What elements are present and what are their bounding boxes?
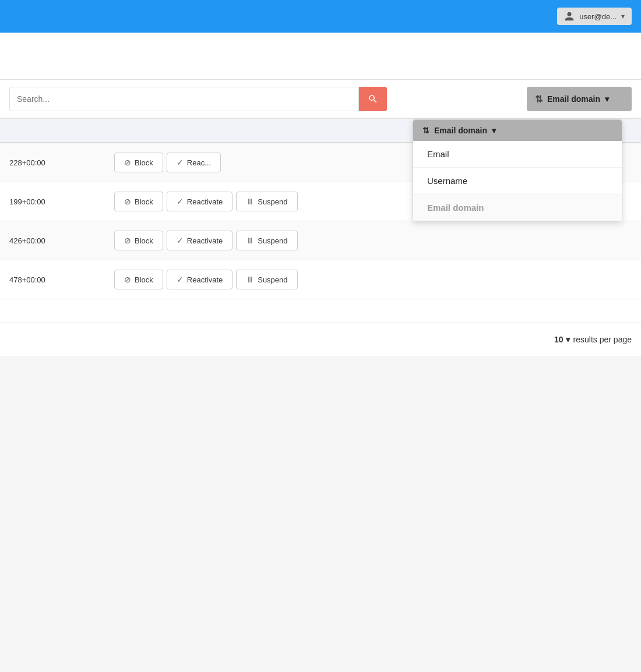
suspend-button[interactable]: ⏸ Suspend	[236, 270, 297, 289]
per-page-selector[interactable]: 10 ▾	[554, 335, 570, 344]
suspend-button[interactable]: ⏸ Suspend	[236, 231, 297, 250]
search-input[interactable]	[9, 87, 359, 111]
search-input-wrapper	[9, 87, 527, 111]
block-icon: ⊘	[124, 197, 131, 206]
per-page-chevron: ▾	[566, 335, 570, 344]
suspend-label: Suspend	[258, 236, 287, 245]
email-domain-filter-button[interactable]: ⇅ Email domain ▾	[527, 87, 632, 111]
check-icon: ✓	[177, 158, 184, 167]
filter-option-email[interactable]: Email	[413, 141, 622, 168]
block-label: Block	[135, 275, 153, 284]
actions-cell: ⊘ Block ✓ Reactivate ⏸ Suspend	[114, 270, 632, 289]
suspend-label: Suspend	[258, 197, 287, 206]
pause-icon: ⏸	[246, 275, 254, 284]
header-bar: user@de... ▾	[0, 0, 641, 33]
filter-chevron-icon: ▾	[605, 94, 609, 104]
timestamp-cell: 426+00:00	[9, 236, 114, 245]
block-label: Block	[135, 236, 153, 245]
reactivate-label: Reac...	[187, 158, 211, 167]
pagination-bar: 10 ▾ results per page	[0, 323, 641, 356]
check-icon: ✓	[177, 197, 184, 206]
chevron-down-icon: ▾	[621, 12, 625, 20]
reactivate-button[interactable]: ✓ Reactivate	[167, 270, 233, 289]
table-row: 426+00:00 ⊘ Block ✓ Reactivate ⏸ Suspend	[0, 221, 641, 260]
sort-icon: ⇅	[535, 94, 543, 105]
spacer-bottom	[0, 299, 641, 323]
dropdown-header-label: Email domain	[434, 126, 487, 135]
block-icon: ⊘	[124, 236, 131, 245]
search-icon	[368, 94, 378, 104]
filter-option-email-domain[interactable]: Email domain	[413, 194, 622, 221]
user-label: user@de...	[579, 12, 617, 21]
block-button[interactable]: ⊘ Block	[114, 153, 163, 172]
block-icon: ⊘	[124, 158, 131, 167]
filter-dropdown-menu: ⇅ Email domain ▾ Email Username Email do…	[413, 119, 622, 221]
reactivate-label: Reactivate	[187, 275, 223, 284]
block-button[interactable]: ⊘ Block	[114, 192, 163, 211]
block-label: Block	[135, 158, 153, 167]
suspend-label: Suspend	[258, 275, 287, 284]
check-icon: ✓	[177, 236, 184, 245]
dropdown-header-chevron: ▾	[492, 126, 496, 135]
table-row: 478+00:00 ⊘ Block ✓ Reactivate ⏸ Suspend	[0, 260, 641, 299]
timestamp-cell: 199+00:00	[9, 197, 114, 206]
user-menu-button[interactable]: user@de... ▾	[557, 8, 632, 25]
block-icon: ⊘	[124, 275, 131, 284]
filter-dropdown-container: ⇅ Email domain ▾ ⇅ Email domain ▾ Email …	[527, 87, 632, 111]
filter-option-username[interactable]: Username	[413, 168, 622, 194]
reactivate-label: Reactivate	[187, 197, 223, 206]
dropdown-sort-icon: ⇅	[422, 126, 429, 135]
filter-label: Email domain	[547, 94, 600, 104]
block-button[interactable]: ⊘ Block	[114, 270, 163, 289]
spacer-top	[0, 33, 641, 79]
results-per-page-label: results per page	[573, 335, 632, 344]
reactivate-button[interactable]: ✓ Reac...	[167, 153, 221, 172]
dropdown-header: ⇅ Email domain ▾	[413, 120, 622, 141]
user-icon	[564, 11, 575, 22]
reactivate-button[interactable]: ✓ Reactivate	[167, 192, 233, 211]
pause-icon: ⏸	[246, 197, 254, 206]
timestamp-col-header	[9, 126, 320, 135]
block-button[interactable]: ⊘ Block	[114, 231, 163, 250]
timestamp-cell: 228+00:00	[9, 158, 114, 167]
reactivate-label: Reactivate	[187, 236, 223, 245]
block-label: Block	[135, 197, 153, 206]
actions-cell: ⊘ Block ✓ Reactivate ⏸ Suspend	[114, 231, 632, 250]
timestamp-cell: 478+00:00	[9, 275, 114, 284]
per-page-count: 10	[554, 335, 563, 344]
suspend-button[interactable]: ⏸ Suspend	[236, 192, 297, 211]
check-icon: ✓	[177, 275, 184, 284]
search-button[interactable]	[359, 87, 387, 111]
pause-icon: ⏸	[246, 236, 254, 245]
reactivate-button[interactable]: ✓ Reactivate	[167, 231, 233, 250]
search-filter-bar: ⇅ Email domain ▾ ⇅ Email domain ▾ Email …	[0, 79, 641, 119]
